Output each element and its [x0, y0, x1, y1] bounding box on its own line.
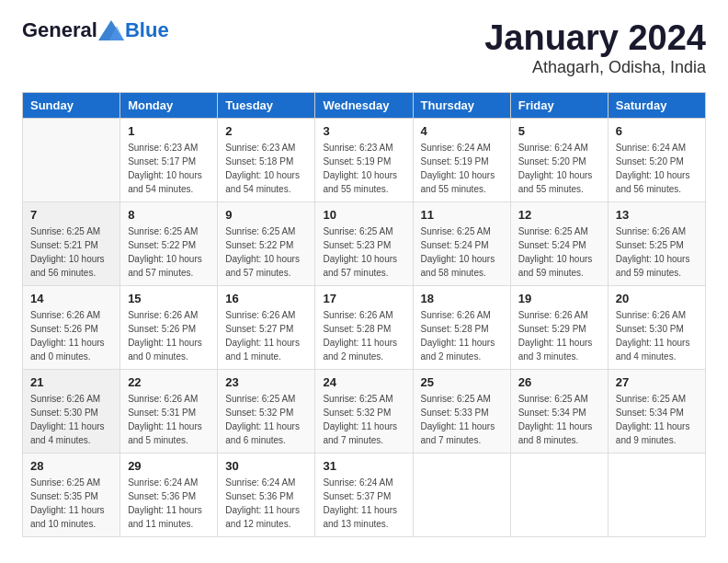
- day-number: 14: [30, 292, 112, 305]
- calendar-cell: 2Sunrise: 6:23 AM Sunset: 5:18 PM Daylig…: [218, 119, 315, 202]
- week-row-2: 7Sunrise: 6:25 AM Sunset: 5:21 PM Daylig…: [23, 202, 706, 286]
- day-number: 1: [128, 124, 210, 138]
- calendar-cell: 7Sunrise: 6:25 AM Sunset: 5:21 PM Daylig…: [23, 202, 120, 286]
- calendar-cell: 13Sunrise: 6:26 AM Sunset: 5:25 PM Dayli…: [608, 202, 705, 286]
- day-info: Sunrise: 6:26 AM Sunset: 5:30 PM Dayligh…: [30, 392, 112, 447]
- calendar-cell: 28Sunrise: 6:25 AM Sunset: 5:35 PM Dayli…: [23, 454, 120, 537]
- day-number: 16: [225, 292, 307, 305]
- day-info: Sunrise: 6:25 AM Sunset: 5:32 PM Dayligh…: [323, 392, 404, 447]
- day-info: Sunrise: 6:23 AM Sunset: 5:17 PM Dayligh…: [128, 141, 210, 196]
- day-info: Sunrise: 6:26 AM Sunset: 5:27 PM Dayligh…: [225, 308, 307, 363]
- day-number: 10: [323, 208, 404, 222]
- title-section: January 2024 Athagarh, Odisha, India: [484, 18, 706, 77]
- day-number: 18: [421, 292, 503, 305]
- day-number: 30: [225, 459, 307, 473]
- calendar-cell: 20Sunrise: 6:26 AM Sunset: 5:30 PM Dayli…: [608, 286, 705, 370]
- calendar-cell: 9Sunrise: 6:25 AM Sunset: 5:22 PM Daylig…: [218, 202, 315, 286]
- day-number: 5: [518, 124, 600, 138]
- day-info: Sunrise: 6:25 AM Sunset: 5:32 PM Dayligh…: [225, 392, 307, 447]
- day-info: Sunrise: 6:26 AM Sunset: 5:31 PM Dayligh…: [128, 392, 210, 447]
- day-info: Sunrise: 6:25 AM Sunset: 5:34 PM Dayligh…: [616, 392, 698, 447]
- header: General Blue January 2024 Athagarh, Odis…: [22, 18, 706, 77]
- day-number: 25: [421, 375, 503, 389]
- week-row-4: 21Sunrise: 6:26 AM Sunset: 5:30 PM Dayli…: [23, 370, 706, 454]
- day-info: Sunrise: 6:24 AM Sunset: 5:37 PM Dayligh…: [323, 476, 404, 531]
- day-info: Sunrise: 6:23 AM Sunset: 5:19 PM Dayligh…: [323, 141, 404, 196]
- calendar-cell: 24Sunrise: 6:25 AM Sunset: 5:32 PM Dayli…: [315, 370, 413, 454]
- day-info: Sunrise: 6:25 AM Sunset: 5:33 PM Dayligh…: [421, 392, 503, 447]
- calendar-cell: [510, 454, 608, 537]
- calendar-cell: 14Sunrise: 6:26 AM Sunset: 5:26 PM Dayli…: [23, 286, 120, 370]
- day-number: 28: [30, 459, 112, 473]
- calendar-cell: 27Sunrise: 6:25 AM Sunset: 5:34 PM Dayli…: [608, 370, 705, 454]
- location-title: Athagarh, Odisha, India: [484, 58, 706, 77]
- day-number: 20: [616, 292, 698, 305]
- day-number: 31: [323, 459, 404, 473]
- calendar-cell: 4Sunrise: 6:24 AM Sunset: 5:19 PM Daylig…: [413, 119, 510, 202]
- day-number: 29: [128, 459, 210, 473]
- calendar-cell: 31Sunrise: 6:24 AM Sunset: 5:37 PM Dayli…: [315, 454, 413, 537]
- calendar-cell: 1Sunrise: 6:23 AM Sunset: 5:17 PM Daylig…: [120, 119, 218, 202]
- calendar-cell: 22Sunrise: 6:26 AM Sunset: 5:31 PM Dayli…: [120, 370, 218, 454]
- calendar-cell: 15Sunrise: 6:26 AM Sunset: 5:26 PM Dayli…: [120, 286, 218, 370]
- day-info: Sunrise: 6:26 AM Sunset: 5:28 PM Dayligh…: [421, 308, 503, 363]
- calendar-cell: [608, 454, 705, 537]
- week-row-1: 1Sunrise: 6:23 AM Sunset: 5:17 PM Daylig…: [23, 119, 706, 202]
- day-number: 24: [323, 375, 404, 389]
- day-info: Sunrise: 6:26 AM Sunset: 5:30 PM Dayligh…: [616, 308, 698, 363]
- calendar-cell: [23, 119, 120, 202]
- calendar-cell: 21Sunrise: 6:26 AM Sunset: 5:30 PM Dayli…: [23, 370, 120, 454]
- col-header-thursday: Thursday: [413, 93, 510, 119]
- calendar-cell: 12Sunrise: 6:25 AM Sunset: 5:24 PM Dayli…: [510, 202, 608, 286]
- day-info: Sunrise: 6:25 AM Sunset: 5:24 PM Dayligh…: [421, 224, 503, 280]
- calendar-cell: 8Sunrise: 6:25 AM Sunset: 5:22 PM Daylig…: [120, 202, 218, 286]
- day-number: 15: [128, 292, 210, 305]
- calendar-cell: 29Sunrise: 6:24 AM Sunset: 5:36 PM Dayli…: [120, 454, 218, 537]
- day-info: Sunrise: 6:23 AM Sunset: 5:18 PM Dayligh…: [225, 141, 307, 196]
- day-number: 12: [518, 208, 600, 222]
- day-info: Sunrise: 6:24 AM Sunset: 5:36 PM Dayligh…: [128, 476, 210, 531]
- day-info: Sunrise: 6:26 AM Sunset: 5:25 PM Dayligh…: [616, 224, 698, 280]
- calendar-cell: 16Sunrise: 6:26 AM Sunset: 5:27 PM Dayli…: [218, 286, 315, 370]
- calendar-cell: 23Sunrise: 6:25 AM Sunset: 5:32 PM Dayli…: [218, 370, 315, 454]
- day-number: 23: [225, 375, 307, 389]
- day-number: 2: [225, 124, 307, 138]
- calendar-cell: 30Sunrise: 6:24 AM Sunset: 5:36 PM Dayli…: [218, 454, 315, 537]
- day-number: 11: [421, 208, 503, 222]
- calendar-cell: 10Sunrise: 6:25 AM Sunset: 5:23 PM Dayli…: [315, 202, 413, 286]
- day-info: Sunrise: 6:25 AM Sunset: 5:22 PM Dayligh…: [225, 224, 307, 280]
- day-info: Sunrise: 6:25 AM Sunset: 5:23 PM Dayligh…: [323, 224, 404, 280]
- day-info: Sunrise: 6:26 AM Sunset: 5:26 PM Dayligh…: [128, 308, 210, 363]
- calendar-cell: 11Sunrise: 6:25 AM Sunset: 5:24 PM Dayli…: [413, 202, 510, 286]
- day-number: 21: [30, 375, 112, 389]
- calendar-cell: 6Sunrise: 6:24 AM Sunset: 5:20 PM Daylig…: [608, 119, 705, 202]
- calendar-table: SundayMondayTuesdayWednesdayThursdayFrid…: [22, 92, 706, 537]
- calendar-cell: 26Sunrise: 6:25 AM Sunset: 5:34 PM Dayli…: [510, 370, 608, 454]
- header-row: SundayMondayTuesdayWednesdayThursdayFrid…: [23, 93, 706, 119]
- day-info: Sunrise: 6:26 AM Sunset: 5:29 PM Dayligh…: [518, 308, 600, 363]
- calendar-cell: 18Sunrise: 6:26 AM Sunset: 5:28 PM Dayli…: [413, 286, 510, 370]
- col-header-tuesday: Tuesday: [218, 93, 315, 119]
- calendar-cell: [413, 454, 510, 537]
- logo-icon: [98, 20, 124, 40]
- month-title: January 2024: [484, 18, 706, 58]
- calendar-cell: 3Sunrise: 6:23 AM Sunset: 5:19 PM Daylig…: [315, 119, 413, 202]
- col-header-monday: Monday: [120, 93, 218, 119]
- day-number: 26: [518, 375, 600, 389]
- day-info: Sunrise: 6:25 AM Sunset: 5:21 PM Dayligh…: [30, 224, 112, 280]
- calendar-cell: 5Sunrise: 6:24 AM Sunset: 5:20 PM Daylig…: [510, 119, 608, 202]
- day-number: 22: [128, 375, 210, 389]
- day-info: Sunrise: 6:24 AM Sunset: 5:19 PM Dayligh…: [421, 141, 503, 196]
- page-container: General Blue January 2024 Athagarh, Odis…: [0, 0, 728, 556]
- day-info: Sunrise: 6:25 AM Sunset: 5:34 PM Dayligh…: [518, 392, 600, 447]
- day-number: 19: [518, 292, 600, 305]
- day-number: 4: [421, 124, 503, 138]
- day-info: Sunrise: 6:25 AM Sunset: 5:24 PM Dayligh…: [518, 224, 600, 280]
- day-info: Sunrise: 6:25 AM Sunset: 5:22 PM Dayligh…: [128, 224, 210, 280]
- calendar-cell: 25Sunrise: 6:25 AM Sunset: 5:33 PM Dayli…: [413, 370, 510, 454]
- day-info: Sunrise: 6:24 AM Sunset: 5:20 PM Dayligh…: [616, 141, 698, 196]
- calendar-cell: 19Sunrise: 6:26 AM Sunset: 5:29 PM Dayli…: [510, 286, 608, 370]
- day-number: 6: [616, 124, 698, 138]
- col-header-saturday: Saturday: [608, 93, 705, 119]
- day-number: 7: [30, 208, 112, 222]
